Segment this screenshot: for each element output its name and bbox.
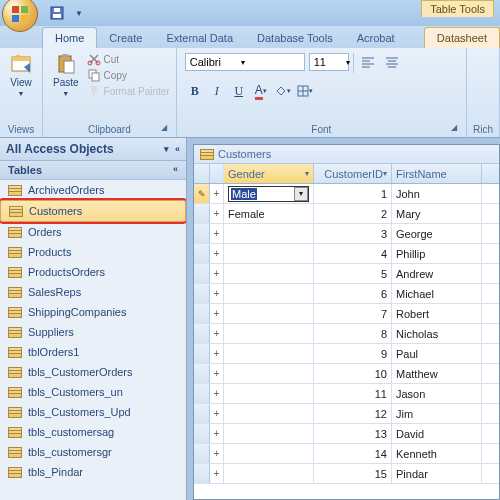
nav-item-tbls_customersgr[interactable]: tbls_customersgr — [0, 442, 186, 462]
cell-gender[interactable] — [224, 364, 314, 383]
font-name-combo[interactable]: Calibri▾ — [185, 53, 305, 71]
expand-button[interactable]: + — [210, 324, 224, 343]
row-selector[interactable] — [194, 224, 210, 243]
cell-gender[interactable] — [224, 404, 314, 423]
cell-customerid[interactable]: 12 — [314, 404, 392, 423]
table-row[interactable]: +7Robert — [194, 304, 499, 324]
nav-item-suppliers[interactable]: Suppliers — [0, 322, 186, 342]
col-header-gender[interactable]: Gender▾ — [224, 164, 314, 183]
font-size-combo[interactable]: 11▾ — [309, 53, 349, 71]
cell-firstname[interactable]: Robert — [392, 304, 482, 323]
row-selector[interactable] — [194, 364, 210, 383]
cell-customerid[interactable]: 10 — [314, 364, 392, 383]
nav-item-productsorders[interactable]: ProductsOrders — [0, 262, 186, 282]
cell-customerid[interactable]: 14 — [314, 444, 392, 463]
cell-customerid[interactable]: 4 — [314, 244, 392, 263]
combo-dropdown-button[interactable]: ▾ — [294, 187, 308, 201]
row-selector[interactable] — [194, 444, 210, 463]
view-button[interactable]: View ▼ — [6, 51, 36, 99]
row-selector[interactable] — [194, 424, 210, 443]
cell-customerid[interactable]: 1 — [314, 184, 392, 203]
bold-button[interactable]: B — [185, 81, 205, 101]
cell-customerid[interactable]: 8 — [314, 324, 392, 343]
expand-button[interactable]: + — [210, 224, 224, 243]
cell-gender[interactable] — [224, 464, 314, 483]
tab-create[interactable]: Create — [97, 28, 154, 48]
table-row[interactable]: ✎+Male▾1John — [194, 184, 499, 204]
cell-customerid[interactable]: 2 — [314, 204, 392, 223]
row-selector[interactable] — [194, 464, 210, 483]
gender-combo-editor[interactable]: Male▾ — [228, 186, 309, 202]
paste-button[interactable]: Paste ▼ — [49, 51, 83, 99]
expand-button[interactable]: + — [210, 244, 224, 263]
nav-item-tbls_customers_upd[interactable]: tbls_Customers_Upd — [0, 402, 186, 422]
nav-item-customers[interactable]: Customers — [0, 200, 186, 222]
cell-customerid[interactable]: 3 — [314, 224, 392, 243]
row-selector[interactable] — [194, 304, 210, 323]
table-row[interactable]: +4Phillip — [194, 244, 499, 264]
cell-firstname[interactable]: John — [392, 184, 482, 203]
cell-customerid[interactable]: 5 — [314, 264, 392, 283]
cut-button[interactable]: Cut — [87, 51, 170, 67]
table-row[interactable]: +12Jim — [194, 404, 499, 424]
nav-collapse-button[interactable]: « — [175, 144, 180, 154]
table-row[interactable]: +11Jason — [194, 384, 499, 404]
nav-item-archivedorders[interactable]: ArchivedOrders — [0, 180, 186, 200]
nav-header[interactable]: All Access Objects ▾« — [0, 138, 186, 161]
cell-gender[interactable]: Male▾ — [224, 184, 314, 203]
col-header-customerid[interactable]: CustomerID▾ — [314, 164, 392, 183]
table-row[interactable]: +15Pindar — [194, 464, 499, 484]
row-selector[interactable]: ✎ — [194, 184, 210, 203]
col-customerid-filter-icon[interactable]: ▾ — [383, 169, 387, 178]
cell-firstname[interactable]: Kenneth — [392, 444, 482, 463]
cell-firstname[interactable]: Andrew — [392, 264, 482, 283]
cell-firstname[interactable]: Phillip — [392, 244, 482, 263]
cell-gender[interactable]: Female — [224, 204, 314, 223]
row-selector[interactable] — [194, 344, 210, 363]
table-row[interactable]: +Female2Mary — [194, 204, 499, 224]
nav-item-tbls_customers_un[interactable]: tbls_Customers_un — [0, 382, 186, 402]
tab-datasheet[interactable]: Datasheet — [424, 27, 500, 48]
cell-gender[interactable] — [224, 244, 314, 263]
row-selector[interactable] — [194, 404, 210, 423]
expand-button[interactable]: + — [210, 284, 224, 303]
font-color-button[interactable]: A▾ — [251, 81, 271, 101]
cell-gender[interactable] — [224, 304, 314, 323]
save-button[interactable] — [48, 4, 66, 22]
table-row[interactable]: +3George — [194, 224, 499, 244]
cell-customerid[interactable]: 9 — [314, 344, 392, 363]
nav-item-tbls_customerorders[interactable]: tbls_CustomerOrders — [0, 362, 186, 382]
cell-firstname[interactable]: Nicholas — [392, 324, 482, 343]
table-row[interactable]: +14Kenneth — [194, 444, 499, 464]
qat-dropdown[interactable]: ▼ — [70, 4, 88, 22]
row-selector[interactable] — [194, 244, 210, 263]
expand-button[interactable]: + — [210, 204, 224, 223]
tab-external-data[interactable]: External Data — [154, 28, 245, 48]
cell-firstname[interactable]: Jim — [392, 404, 482, 423]
cell-firstname[interactable]: Michael — [392, 284, 482, 303]
cell-customerid[interactable]: 13 — [314, 424, 392, 443]
expand-button[interactable]: + — [210, 364, 224, 383]
align-center-button[interactable] — [382, 53, 402, 73]
table-row[interactable]: +5Andrew — [194, 264, 499, 284]
nav-group-tables[interactable]: Tables « — [0, 161, 186, 180]
cell-firstname[interactable]: Pindar — [392, 464, 482, 483]
expand-button[interactable]: + — [210, 404, 224, 423]
cell-gender[interactable] — [224, 344, 314, 363]
row-selector[interactable] — [194, 264, 210, 283]
expand-button[interactable]: + — [210, 304, 224, 323]
cell-gender[interactable] — [224, 264, 314, 283]
select-all-cell[interactable] — [194, 164, 210, 183]
cell-gender[interactable] — [224, 324, 314, 343]
cell-firstname[interactable]: George — [392, 224, 482, 243]
table-row[interactable]: +8Nicholas — [194, 324, 499, 344]
cell-gender[interactable] — [224, 284, 314, 303]
cell-gender[interactable] — [224, 384, 314, 403]
nav-dropdown-icon[interactable]: ▾ — [164, 144, 169, 154]
cell-firstname[interactable]: Paul — [392, 344, 482, 363]
table-row[interactable]: +9Paul — [194, 344, 499, 364]
expand-button[interactable]: + — [210, 184, 224, 203]
font-launcher[interactable]: ◢ — [448, 123, 460, 135]
tab-acrobat[interactable]: Acrobat — [345, 28, 407, 48]
col-header-firstname[interactable]: FirstName — [392, 164, 482, 183]
